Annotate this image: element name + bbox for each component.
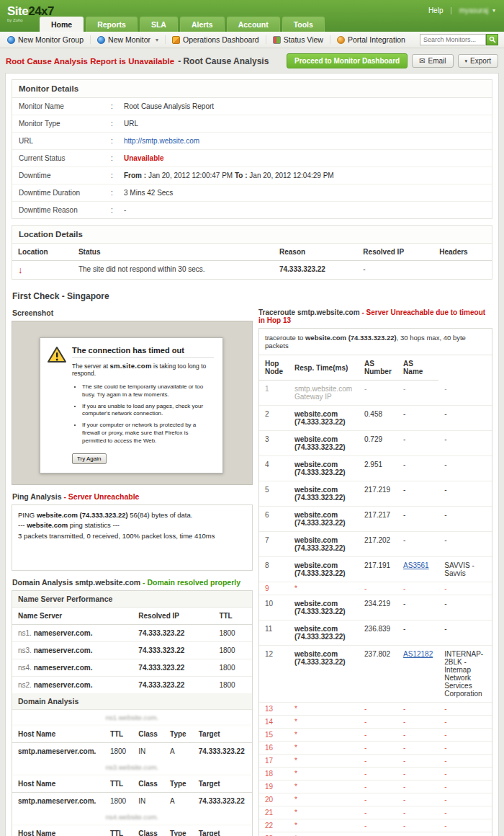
traceroute-row: 17*--- bbox=[259, 755, 492, 768]
report-panel: Monitor Details Monitor Name:Root Cause … bbox=[5, 73, 499, 836]
ping-line: 3 packets transmitted, 0 received, 100% … bbox=[18, 531, 246, 541]
username-menu[interactable]: myasuraj bbox=[459, 6, 489, 14]
ns-performance-heading: Name Server Performance bbox=[12, 591, 252, 608]
caret-down-icon: ▾ bbox=[492, 7, 495, 14]
traceroute-row: 8website.com (74.333.323.22)217.191AS356… bbox=[259, 557, 492, 582]
tab-alerts[interactable]: Alerts bbox=[180, 17, 225, 32]
detail-value: Root Cause Analysis Report bbox=[124, 102, 214, 110]
domain-analysis-box: Name Server Performance Name ServerResol… bbox=[12, 590, 253, 836]
browser-error-dialog: The connection has timed out The server … bbox=[40, 337, 223, 473]
ping-analysis-label: Ping Analysis - Server Unreachable bbox=[12, 492, 252, 501]
page-alert-title: Root Cause Analysis Report is Unavailabl… bbox=[6, 57, 174, 66]
detail-label: Downtime Duration bbox=[19, 189, 111, 197]
monitor-detail-row: Downtime:From : Jan 20, 2012 12:00:47 PM… bbox=[12, 167, 492, 184]
host-record-table: ns1.website.com.Host NameTTLClassTypeTar… bbox=[12, 710, 252, 760]
domain-analysis-subheading: Domain Analysis bbox=[12, 693, 252, 710]
traceroute-row: 18*--- bbox=[259, 768, 492, 781]
ping-output-box: PING website.com (74.333.323.22) 56(84) … bbox=[12, 504, 253, 571]
tab-tools[interactable]: Tools bbox=[282, 17, 325, 32]
nameserver-title: ns3.website.com. bbox=[12, 760, 252, 775]
export-button[interactable]: ▾ Export bbox=[458, 54, 498, 68]
toolbar-item-label: New Monitor bbox=[108, 35, 150, 44]
screenshot-label: Screenshot bbox=[12, 306, 253, 321]
first-check-heading: First Check - Singapore bbox=[6, 285, 498, 306]
domain-status: - Domain resolved properly bbox=[140, 578, 240, 587]
search-area bbox=[420, 34, 498, 45]
app-header: Site24x7 by Zoho Help | myasuraj ▾ HomeR… bbox=[0, 0, 504, 32]
proceed-dashboard-button[interactable]: Proceed to Monitor Dashboard bbox=[287, 53, 408, 68]
search-input[interactable] bbox=[420, 34, 486, 45]
detail-value: - bbox=[124, 206, 126, 214]
left-column: Screenshot The connection has timed out … bbox=[12, 306, 253, 836]
host-record-row: smtp.nameserver.com.1800INA74.333.323.22 bbox=[12, 793, 252, 810]
server-host: sm.site.com bbox=[109, 362, 151, 370]
traceroute-row: 13*--- bbox=[259, 703, 492, 716]
traceroute-row: 1smtp.website.com Gateway IP--- bbox=[259, 381, 492, 406]
monitor-detail-row: Downtime Reason:- bbox=[12, 202, 492, 218]
location-details-section: Location Details LocationStatusReasonRes… bbox=[12, 225, 492, 280]
traceroute-row: 11website.com (74.333.323.22)236.839-- bbox=[259, 621, 492, 646]
nameserver-row: ns4. nameserver.com.74.333.323.221800 bbox=[12, 659, 252, 677]
monitor-group-globe-icon bbox=[7, 36, 15, 44]
traceroute-row: 15*--- bbox=[259, 729, 492, 742]
detail-value: Unavailable bbox=[124, 154, 164, 162]
nameserver-row: ns1. nameserver.com.74.333.323.221800 bbox=[12, 625, 252, 642]
page-title: - Root Cause Analysis bbox=[178, 56, 269, 66]
nameserver-row: ns2. nameserver.com.74.333.323.221800 bbox=[12, 677, 252, 694]
traceroute-row: 5website.com (74.333.323.22)217.219-- bbox=[259, 481, 492, 507]
detail-colon: : bbox=[111, 102, 124, 110]
monitor-detail-row: Monitor Type:URL bbox=[12, 115, 492, 133]
detail-colon: : bbox=[111, 137, 124, 145]
detail-label: Downtime Reason bbox=[19, 206, 111, 214]
try-again-button[interactable]: Try Again bbox=[72, 453, 107, 464]
as-number-link[interactable]: AS3561 bbox=[403, 561, 429, 569]
status-down-icon: ↓ bbox=[18, 264, 23, 275]
toolbar-item-label: Operations Dashboard bbox=[183, 35, 259, 44]
detail-colon: : bbox=[111, 154, 124, 162]
traceroute-row: 23*--- bbox=[259, 832, 492, 836]
nameserver-row: ns3. nameserver.com.74.333.323.221800 bbox=[12, 642, 252, 659]
email-icon: ✉ bbox=[419, 57, 425, 65]
tab-account[interactable]: Account bbox=[227, 17, 280, 32]
domain-analysis-label: Domain Analysis smtp.website.com - Domai… bbox=[12, 578, 252, 587]
toolbar-item-portal-integration[interactable]: Portal Integration bbox=[330, 35, 412, 44]
error-dialog-bullets: The site could be temporarily unavailabl… bbox=[82, 383, 214, 445]
as-number-link[interactable]: AS12182 bbox=[403, 650, 433, 658]
traceroute-row: 20*--- bbox=[259, 793, 492, 806]
monitor-detail-row: Monitor Name:Root Cause Analysis Report bbox=[12, 98, 492, 115]
host-record-table: ns4.website.com.Host NameTTLClassTypeTar… bbox=[12, 809, 252, 836]
export-caret-icon: ▾ bbox=[465, 58, 468, 64]
tab-sla[interactable]: SLA bbox=[140, 17, 178, 32]
detail-label: Current Status bbox=[19, 154, 111, 162]
traceroute-row: 22*--- bbox=[259, 819, 492, 832]
error-dialog-subtitle: The server at sm.site.com is taking too … bbox=[72, 362, 214, 377]
traceroute-row: 19*--- bbox=[259, 781, 492, 793]
toolbar-item-new-monitor-group[interactable]: New Monitor Group bbox=[6, 35, 91, 44]
traceroute-summary: traceroute to website.com (74.333.323.22… bbox=[259, 329, 492, 355]
screenshot-panel: The connection has timed out The server … bbox=[12, 321, 253, 485]
email-button[interactable]: ✉ Email bbox=[412, 54, 453, 68]
toolbar-item-operations-dashboard[interactable]: Operations Dashboard bbox=[166, 35, 266, 44]
search-button[interactable] bbox=[486, 34, 498, 45]
traceroute-row: 14*--- bbox=[259, 716, 492, 729]
caret-down-icon: ▾ bbox=[156, 37, 158, 43]
traceroute-box: traceroute to website.com (74.333.323.22… bbox=[258, 328, 492, 836]
tab-home[interactable]: Home bbox=[40, 17, 84, 32]
location-details-heading: Location Details bbox=[12, 226, 492, 244]
header-separator: | bbox=[450, 6, 452, 14]
location-row: ↓The site did not respond within 30 secs… bbox=[12, 261, 492, 280]
toolbar-item-status-view[interactable]: Status View bbox=[266, 35, 330, 44]
error-bullet: If your computer or network is protected… bbox=[82, 422, 214, 445]
help-link[interactable]: Help bbox=[428, 6, 444, 14]
monitor-detail-row: Current Status:Unavailable bbox=[12, 150, 492, 167]
toolbar-item-new-monitor[interactable]: New Monitor▾ bbox=[91, 35, 166, 44]
traceroute-row: 21*--- bbox=[259, 806, 492, 819]
toolbar-item-label: Status View bbox=[284, 35, 323, 44]
operations-dashboard-icon bbox=[172, 36, 180, 44]
detail-label: Monitor Type bbox=[19, 120, 111, 128]
portal-integration-icon bbox=[337, 36, 345, 44]
tab-reports[interactable]: Reports bbox=[86, 17, 138, 32]
detail-value[interactable]: http://smtp.website.com bbox=[124, 137, 199, 145]
traceroute-row: 7website.com (74.333.323.22)217.202-- bbox=[259, 532, 492, 557]
traceroute-row: 3website.com (74.333.323.22)0.729-- bbox=[259, 431, 492, 456]
